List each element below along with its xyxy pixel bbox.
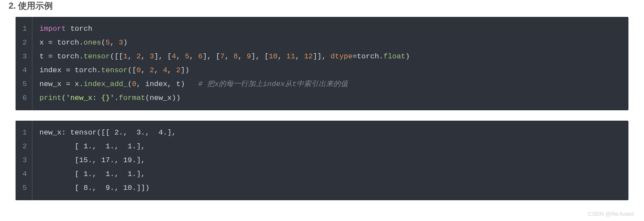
- code-content: import torchx = torch.ones(5, 3)t = torc…: [32, 17, 628, 110]
- code-token: 0: [137, 66, 141, 74]
- code-token: 0: [132, 80, 136, 88]
- code-token: [66, 25, 70, 33]
- code-token: ,: [277, 52, 286, 61]
- code-line: [ 1., 1., 1.],: [39, 140, 622, 154]
- code-token: print: [39, 94, 61, 102]
- code-token: ,: [154, 66, 163, 74]
- code-token: torch.: [53, 52, 83, 61]
- code-block-source: 123456 import torchx = torch.ones(5, 3)t…: [16, 17, 628, 110]
- code-content: new_x: tensor([[ 2., 3., 4.], [ 1., 1., …: [32, 121, 628, 200]
- code-line: new_x = x.index_add_(0, index, t) # 把x的每…: [39, 77, 622, 91]
- code-token: format: [119, 94, 145, 102]
- code-token: 9: [247, 52, 251, 61]
- code-line: [15., 17., 19.],: [39, 154, 622, 167]
- code-token: ,: [295, 52, 304, 61]
- code-token: torch.: [53, 38, 83, 47]
- code-token: =: [353, 52, 357, 61]
- code-token: =: [48, 38, 53, 47]
- code-token: 4: [172, 52, 176, 61]
- line-number: 5: [16, 77, 32, 91]
- code-line: [ 1., 1., 1.],: [39, 167, 622, 181]
- code-line: new_x: tensor([[ 2., 3., 4.],: [39, 126, 622, 140]
- code-token: ]],: [313, 52, 331, 61]
- line-number: 3: [16, 50, 32, 64]
- code-token: index_add_: [83, 80, 128, 88]
- code-token: ,: [141, 66, 150, 74]
- code-token: ,: [141, 52, 150, 61]
- line-number: 4: [16, 167, 32, 181]
- code-line: print('new_x: {}'.format(new_x)): [39, 91, 622, 105]
- code-token: 5: [105, 38, 110, 47]
- code-line: import torch: [39, 22, 622, 36]
- code-line: t = torch.tensor([[1, 2, 3], [4, 5, 6], …: [39, 50, 622, 64]
- code-token: [ 1., 1., 1.],: [39, 170, 145, 178]
- code-token: ,: [176, 52, 185, 61]
- code-token: (: [128, 80, 132, 88]
- code-token: =: [66, 66, 70, 74]
- code-token: [ 1., 1., 1.],: [39, 142, 145, 151]
- code-token: 1: [123, 52, 128, 61]
- line-number: 2: [16, 36, 32, 50]
- code-token: 5: [185, 52, 189, 61]
- code-token: 4: [163, 66, 167, 74]
- code-token: ,: [189, 52, 198, 61]
- code-token: [15., 17., 19.],: [39, 156, 145, 164]
- code-token: 11: [287, 52, 295, 61]
- code-token: torch.: [70, 66, 101, 74]
- line-number: 4: [16, 64, 32, 77]
- code-token: ([: [128, 66, 136, 74]
- code-token: x: [39, 38, 48, 47]
- code-token: 2: [176, 66, 181, 74]
- code-token: new_x: tensor([[ 2., 3., 4.],: [39, 128, 176, 137]
- code-token: (: [61, 94, 66, 102]
- code-token: ], [: [154, 52, 172, 61]
- code-token: 8: [233, 52, 238, 61]
- code-token: 3: [119, 38, 123, 47]
- code-token: tensor: [101, 66, 128, 74]
- line-number-gutter: 12345: [16, 121, 32, 200]
- code-token: t: [39, 52, 48, 61]
- line-number: 1: [16, 22, 32, 36]
- code-token: 12: [304, 52, 312, 61]
- code-token: ,: [128, 52, 136, 61]
- code-line: x = torch.ones(5, 3): [39, 36, 622, 50]
- line-number-gutter: 123456: [16, 17, 32, 110]
- code-token: torch: [70, 25, 92, 33]
- code-token: 'new_x: {}': [66, 94, 114, 102]
- code-line: index = torch.tensor([0, 2, 4, 2]): [39, 64, 622, 77]
- code-token: 10: [269, 52, 277, 61]
- watermark-text: CSDN @Re:fused: [0, 211, 644, 220]
- line-number: 3: [16, 154, 32, 167]
- code-token: x.: [70, 80, 84, 88]
- code-token: ([[: [110, 52, 123, 61]
- code-token: 2: [150, 66, 154, 74]
- code-token: float: [383, 52, 405, 61]
- code-token: new_x: [39, 80, 66, 88]
- code-token: (new_x)): [145, 94, 181, 102]
- code-token: ,: [225, 52, 233, 61]
- code-token: 3: [150, 52, 154, 61]
- line-number: 1: [16, 126, 32, 140]
- code-token: ,: [167, 66, 176, 74]
- code-token: ): [123, 38, 128, 47]
- code-token: , index, t): [137, 80, 198, 88]
- code-token: (: [101, 38, 105, 47]
- line-number: 2: [16, 140, 32, 154]
- code-block-output: 12345 new_x: tensor([[ 2., 3., 4.], [ 1.…: [16, 121, 628, 200]
- code-token: dtype: [331, 52, 353, 61]
- code-token: =: [48, 52, 53, 61]
- line-number: 5: [16, 181, 32, 195]
- code-token: # 把x的每一行加上index从t中索引出来的值: [198, 80, 348, 88]
- code-line: [ 8., 9., 10.]]): [39, 181, 622, 195]
- code-token: import: [39, 25, 66, 33]
- line-number: 6: [16, 91, 32, 105]
- code-token: ], [: [203, 52, 220, 61]
- code-token: index: [39, 66, 66, 74]
- code-token: tensor: [83, 52, 110, 61]
- section-heading: 2. 使用示例: [0, 0, 644, 17]
- code-token: 2: [137, 52, 141, 61]
- code-token: ,: [238, 52, 246, 61]
- code-token: ,: [110, 38, 118, 47]
- code-token: ], [: [251, 52, 269, 61]
- code-token: 7: [220, 52, 225, 61]
